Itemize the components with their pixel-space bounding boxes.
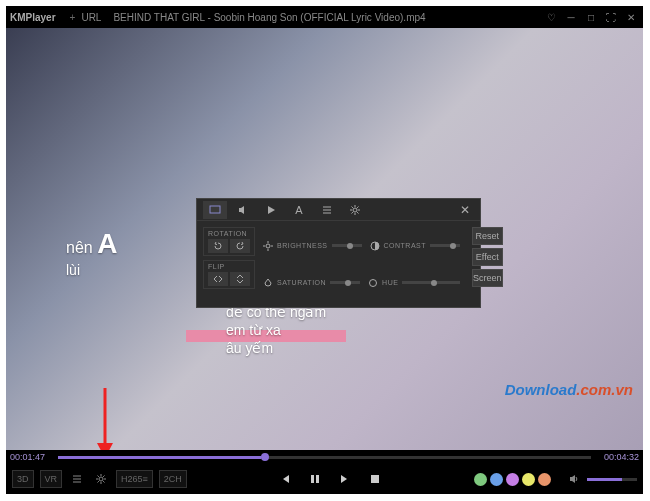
flip-group: FLIP: [203, 260, 255, 289]
plus-icon[interactable]: +: [70, 12, 76, 23]
tab-screen[interactable]: [203, 201, 227, 219]
svg-point-6: [99, 477, 103, 481]
next-button[interactable]: [336, 470, 354, 488]
svg-point-2: [266, 244, 270, 248]
lyrics-overlay: nên A lùi: [66, 228, 117, 278]
flip-v-button[interactable]: [230, 272, 250, 286]
brightness-icon: [263, 237, 273, 255]
volume-icon[interactable]: [565, 470, 583, 488]
color-dot[interactable]: [474, 473, 487, 486]
svg-rect-7: [311, 475, 314, 483]
window-title: BEHIND THAT GIRL - Soobin Hoang Son (OFF…: [113, 12, 539, 23]
hue-control: HUE: [368, 274, 460, 292]
time-duration: 00:04:32: [595, 452, 639, 462]
kmplayer-window: KMPlayer + URL BEHIND THAT GIRL - Soobin…: [6, 6, 643, 494]
lyrics-overlay-2: để có thể ngắm em từ xa âu yếm: [226, 303, 326, 358]
seek-bar[interactable]: [58, 456, 591, 459]
color-dot[interactable]: [490, 473, 503, 486]
video-area[interactable]: nên A lùi để có thể ngắm em từ xa âu yếm…: [6, 28, 643, 450]
close-icon[interactable]: ✕: [623, 9, 639, 25]
color-dot[interactable]: [506, 473, 519, 486]
heart-icon[interactable]: ♡: [543, 9, 559, 25]
3d-button[interactable]: 3D: [12, 470, 34, 488]
screen-button[interactable]: Screen: [472, 269, 503, 287]
tab-audio[interactable]: [231, 201, 255, 219]
reset-button[interactable]: Reset: [472, 227, 503, 245]
hue-icon: [368, 274, 378, 292]
contrast-slider[interactable]: [430, 244, 460, 247]
vr-button[interactable]: VR: [40, 470, 63, 488]
hue-slider[interactable]: [402, 281, 460, 284]
codec-button[interactable]: H265≡: [116, 470, 153, 488]
svg-rect-0: [210, 206, 220, 213]
tab-settings[interactable]: [343, 201, 367, 219]
rotation-group: ROTATION: [203, 227, 255, 256]
saturation-slider[interactable]: [330, 281, 360, 284]
control-box-tabs: A ✕: [197, 199, 480, 221]
progress-bar-row: 00:01:47 00:04:32: [6, 450, 643, 464]
prev-button[interactable]: [276, 470, 294, 488]
annotation-arrow: [90, 383, 120, 450]
bottom-controls: 3D VR H265≡ 2CH: [6, 464, 643, 494]
contrast-icon: [370, 237, 380, 255]
control-box-close[interactable]: ✕: [456, 203, 474, 217]
maximize-icon[interactable]: □: [583, 9, 599, 25]
svg-point-4: [370, 279, 377, 286]
tab-list[interactable]: [315, 201, 339, 219]
titlebar: KMPlayer + URL BEHIND THAT GIRL - Soobin…: [6, 6, 643, 28]
rotate-ccw-button[interactable]: [208, 239, 228, 253]
app-logo: KMPlayer: [10, 12, 56, 23]
minimize-icon[interactable]: ─: [563, 9, 579, 25]
saturation-icon: [263, 274, 273, 292]
url-button[interactable]: URL: [81, 12, 101, 23]
time-current: 00:01:47: [10, 452, 54, 462]
gear-icon[interactable]: [92, 470, 110, 488]
fullscreen-icon[interactable]: ⛶: [603, 9, 619, 25]
stop-button[interactable]: [366, 470, 384, 488]
watermark: Download.com.vn: [505, 381, 633, 398]
saturation-control: SATURATION: [263, 274, 360, 292]
playlist-icon[interactable]: [68, 470, 86, 488]
volume-control: [565, 470, 637, 488]
svg-rect-8: [316, 475, 319, 483]
brightness-control: BRIGHTNESS: [263, 237, 362, 255]
svg-rect-9: [371, 475, 379, 483]
color-dot[interactable]: [538, 473, 551, 486]
svg-point-1: [353, 208, 357, 212]
tab-subtitle[interactable]: A: [287, 201, 311, 219]
rotate-cw-button[interactable]: [230, 239, 250, 253]
pause-button[interactable]: [306, 470, 324, 488]
tab-play[interactable]: [259, 201, 283, 219]
color-dot[interactable]: [522, 473, 535, 486]
transport-controls: [276, 470, 384, 488]
volume-slider[interactable]: [587, 478, 637, 481]
flip-h-button[interactable]: [208, 272, 228, 286]
control-box: A ✕ ROTATION FLIP: [196, 198, 481, 308]
brightness-slider[interactable]: [332, 244, 362, 247]
channel-button[interactable]: 2CH: [159, 470, 187, 488]
contrast-control: CONTRAST: [370, 237, 461, 255]
effect-button[interactable]: Effect: [472, 248, 503, 266]
color-dots: [474, 473, 551, 486]
